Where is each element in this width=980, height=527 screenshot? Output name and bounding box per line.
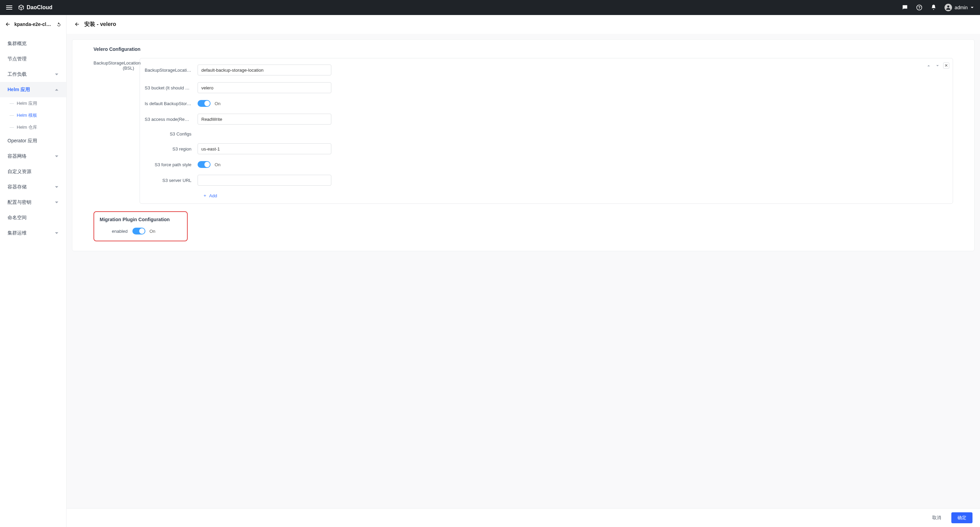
sidebar-item-cluster-ops[interactable]: 集群运维 — [0, 225, 66, 240]
sidebar-item-label: Helm 应用 — [17, 100, 37, 107]
sidebar-item-label: 工作负载 — [8, 71, 27, 78]
region-label: S3 region — [145, 146, 197, 151]
chevron-down-icon — [970, 6, 974, 9]
sidebar-item-label: Operator 应用 — [8, 138, 37, 144]
isdefault-switch[interactable] — [197, 100, 210, 107]
sidebar-item-label: 配置与密钥 — [8, 199, 32, 205]
isdefault-label: Is default BackupStorage... — [145, 101, 197, 106]
message-icon[interactable] — [902, 4, 908, 11]
velero-config-heading: Velero Configuration — [94, 46, 953, 52]
sidebar-item-label: 节点管理 — [8, 56, 27, 62]
sidebar-item-label: Helm 应用 — [8, 87, 30, 93]
bsl-remove[interactable]: ✕ — [943, 62, 949, 68]
sidebar-item-label: Helm 仓库 — [17, 124, 37, 131]
svg-point-2 — [947, 5, 949, 8]
arrow-down-icon — [936, 64, 939, 67]
region-input[interactable] — [197, 143, 331, 154]
page-title: 安装 - velero — [84, 21, 116, 28]
sidebar-item-label: 命名空间 — [8, 215, 27, 221]
sidebar-item-label: 集群概览 — [8, 41, 27, 47]
bucket-input[interactable] — [197, 82, 331, 93]
cube-icon — [18, 4, 25, 11]
sidebar-item-label: 自定义资源 — [8, 169, 32, 175]
chevron-up-icon — [55, 88, 59, 92]
brand-name: DaoCloud — [27, 5, 52, 11]
brand-logo[interactable]: DaoCloud — [18, 4, 52, 11]
sidebar-item-cluster-overview[interactable]: 集群概览 — [0, 36, 66, 51]
page-back-arrow[interactable] — [74, 21, 80, 27]
sidebar-item-label: 容器存储 — [8, 184, 27, 190]
forcepath-label: S3 force path style — [145, 162, 197, 167]
chevron-down-icon — [55, 201, 59, 204]
bsl-label: BackupStorageLocation (BSL) — [94, 58, 140, 204]
url-label: S3 server URL — [145, 178, 197, 183]
url-input[interactable] — [197, 175, 331, 186]
nav-menu-button[interactable] — [6, 5, 12, 10]
sidebar-item-node-mgmt[interactable]: 节点管理 — [0, 51, 66, 67]
sidebar-item-namespace[interactable]: 命名空间 — [0, 210, 66, 225]
forcepath-switch[interactable] — [197, 161, 210, 168]
arrow-up-icon — [927, 64, 930, 67]
plus-icon: ＋ — [203, 193, 207, 199]
bsl-add-link[interactable]: ＋ Add — [145, 193, 948, 199]
footer: 取消 确定 — [67, 508, 980, 527]
migration-heading: Migration Plugin Configuration — [100, 217, 181, 222]
add-label: Add — [209, 193, 217, 198]
sidebar-item-label: 集群运维 — [8, 230, 27, 236]
avatar — [945, 4, 952, 11]
sidebar-item-label: 容器网络 — [8, 153, 27, 159]
chevron-down-icon — [55, 154, 59, 158]
page-header: 安装 - velero — [67, 15, 980, 34]
bsl-name-input[interactable] — [197, 65, 331, 75]
migration-enabled-switch[interactable] — [132, 228, 145, 234]
sidebar-item-operator[interactable]: Operator 应用 — [0, 133, 66, 148]
user-menu[interactable]: admin — [945, 4, 974, 11]
isdefault-value: On — [215, 101, 220, 106]
access-mode-label: S3 access mode(ReadWri... — [145, 117, 197, 122]
sidebar-item-helm-apps[interactable]: Helm 应用 — [0, 82, 66, 97]
bsl-name-label: BackupStorageLocation ... — [145, 68, 197, 73]
forcepath-value: On — [215, 162, 220, 167]
chevron-down-icon — [55, 231, 59, 235]
migration-enabled-value: On — [150, 229, 155, 234]
sidebar-sub-helm-tmpl[interactable]: —Helm 模板 — [0, 109, 66, 121]
bsl-move-up[interactable] — [925, 62, 932, 68]
sidebar-item-label: Helm 模板 — [17, 112, 37, 118]
username: admin — [955, 5, 968, 10]
sidebar-item-crd[interactable]: 自定义资源 — [0, 164, 66, 179]
s3configs-label: S3 Configs — [145, 131, 197, 137]
migration-plugin-box: Migration Plugin Configuration enabled O… — [94, 211, 188, 241]
sidebar-item-config[interactable]: 配置与密钥 — [0, 194, 66, 210]
cancel-button[interactable]: 取消 — [926, 512, 947, 523]
sidebar-item-workloads[interactable]: 工作负载 — [0, 67, 66, 82]
help-icon[interactable]: ? — [916, 4, 923, 11]
closeram
-icon: ✕ — [945, 64, 948, 68]
sidebar-sub-helm-repo[interactable]: —Helm 仓库 — [0, 121, 66, 133]
chevron-down-icon — [55, 72, 59, 76]
sidebar-back-arrow[interactable] — [5, 21, 11, 27]
chevron-down-icon — [55, 185, 59, 189]
bell-icon[interactable] — [930, 4, 937, 11]
refresh-icon[interactable] — [56, 22, 61, 27]
migration-enabled-label: enabled — [102, 229, 132, 234]
bucket-label: S3 bucket (It should exist... — [145, 85, 197, 91]
bsl-box: ✕ BackupStorageLocation ... S3 bucket (I… — [140, 58, 953, 204]
sidebar-item-storage[interactable]: 容器存储 — [0, 179, 66, 194]
sidebar-sub-helm-app[interactable]: —Helm 应用 — [0, 97, 66, 109]
sidebar-item-network[interactable]: 容器网络 — [0, 148, 66, 164]
sidebar: kpanda-e2e-clus... 集群概览 节点管理 工作负载 Helm 应… — [0, 15, 67, 527]
topbar: DaoCloud ? admin — [0, 0, 980, 15]
cluster-name: kpanda-e2e-clus... — [14, 22, 53, 27]
bsl-move-down[interactable] — [934, 62, 940, 68]
confirm-button[interactable]: 确定 — [951, 512, 972, 523]
svg-text:?: ? — [918, 5, 921, 10]
access-mode-input[interactable] — [197, 114, 331, 124]
